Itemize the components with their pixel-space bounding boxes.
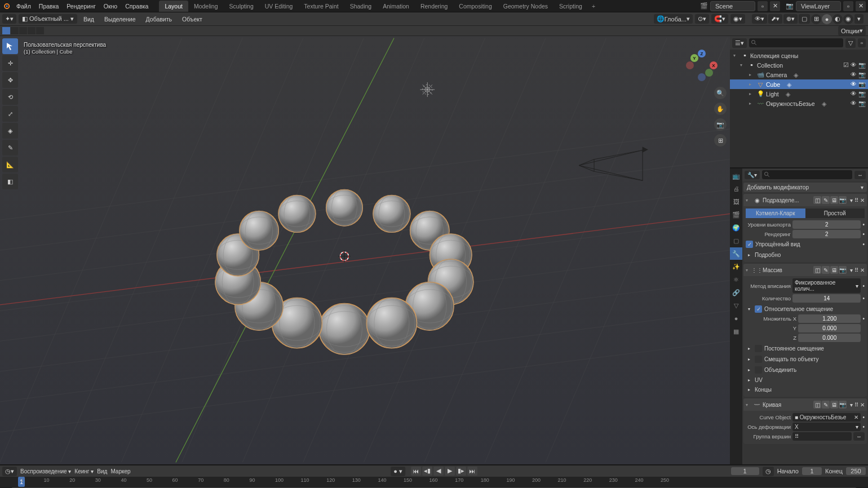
pan-widget-icon[interactable]: ✋ (714, 103, 727, 115)
array-cage-toggle[interactable]: ◫ (813, 266, 821, 274)
editor-type-selector[interactable]: ✦▾ (2, 14, 16, 24)
mod-realtime-toggle[interactable]: 🖥 (830, 196, 838, 204)
play-icon[interactable]: ▶ (445, 467, 455, 476)
optimal-display-checkbox[interactable]: ✓ (746, 241, 753, 248)
curve-render-toggle[interactable]: 📷 (839, 401, 847, 409)
curve-extra-dropdown[interactable]: ▾ (850, 402, 853, 408)
prop-tab-constraints[interactable]: 🔗 (730, 286, 742, 299)
outliner-filter-icon[interactable]: ▽ (845, 38, 856, 48)
current-frame-field[interactable]: 1 (731, 467, 759, 475)
uv-header[interactable]: ▸UV (746, 375, 865, 385)
prop-tab-modifiers[interactable]: 🔧 (730, 247, 742, 260)
mod-move-icon[interactable]: ⠿ (854, 197, 858, 203)
timeline-editor-selector[interactable]: ◷▾ (2, 467, 17, 476)
factor-y-field[interactable]: 0.000 (798, 324, 861, 332)
workspace-tab-modeling[interactable]: Modeling (188, 1, 224, 12)
render-icon[interactable]: 📷 (858, 90, 866, 97)
collection-checkbox-icon[interactable]: ☑ (843, 61, 849, 69)
tl-playback[interactable]: Воспроизведение ▾ (20, 468, 71, 474)
menu-render[interactable]: Рендеринг (63, 3, 99, 10)
perspective-toggle-icon[interactable]: ⊞ (714, 134, 727, 147)
select-mode-invert[interactable] (28, 27, 36, 34)
array-delete-icon[interactable]: ✕ (860, 267, 865, 273)
subsurf-name[interactable]: Подразделе... (763, 197, 799, 203)
properties-search[interactable] (762, 170, 852, 179)
curve-delete-icon[interactable]: ✕ (860, 402, 865, 408)
jump-end-icon[interactable]: ⏭ (467, 467, 477, 476)
object-mode-selector[interactable]: ◧ Объектный ... ▾ (19, 14, 77, 24)
jump-start-icon[interactable]: ⏮ (411, 467, 421, 476)
xray-toggle[interactable]: ▢ (799, 14, 810, 24)
shading-wireframe[interactable]: ⊞ (811, 14, 821, 24)
obj-offset-checkbox[interactable] (755, 356, 762, 363)
tree-scene-collection[interactable]: ▾▫️Коллекция сцены (730, 51, 868, 60)
rel-offset-header[interactable]: ▾✓Относительное смещение (746, 304, 865, 314)
start-frame-field[interactable]: 1 (802, 467, 822, 475)
tool-annotate[interactable]: ✎ (2, 140, 18, 156)
merge-checkbox[interactable] (755, 366, 762, 374)
snap-toggle[interactable]: 🧲▾ (711, 14, 728, 24)
tool-select-box[interactable] (2, 38, 18, 54)
3d-viewport[interactable]: ✛ ✥ ⟲ ⤢ ◈ ✎ 📐 ◧ Пользовательская перспек… (0, 36, 730, 464)
obj-offset-header[interactable]: ▸Смещать по объекту (746, 354, 865, 365)
add-modifier-button[interactable]: Добавить модификатор▾ (743, 183, 867, 192)
select-mode-subtract[interactable] (19, 27, 27, 34)
array-extra-dropdown[interactable]: ▾ (850, 267, 853, 273)
add-workspace-icon[interactable]: + (588, 3, 599, 10)
const-offset-header[interactable]: ▸Постоянное смещение (746, 343, 865, 354)
tree-collection[interactable]: ▾▫️Collection ☑👁📷 (730, 60, 868, 70)
eye-icon[interactable]: 👁 (851, 61, 857, 69)
viewport-menu-view[interactable]: Вид (79, 16, 98, 23)
prop-tab-particles[interactable]: ✨ (730, 260, 742, 273)
factor-x-field[interactable]: 1.200 (798, 314, 861, 323)
simple-button[interactable]: Простой (805, 208, 865, 218)
navigation-gizmo[interactable]: X Y Z (686, 50, 718, 81)
mod-delete-icon[interactable]: ✕ (860, 197, 865, 203)
timeline-track[interactable]: 1 11020304050607080901001101201301401501… (0, 477, 868, 487)
curve-realtime-toggle[interactable]: 🖥 (830, 401, 838, 409)
workspace-tab-animation[interactable]: Animation (377, 1, 415, 12)
array-render-toggle[interactable]: 📷 (839, 266, 847, 274)
keyframe-next-icon[interactable]: ▮▸ (456, 467, 466, 476)
tool-move[interactable]: ✥ (2, 72, 18, 88)
pivot-selector[interactable]: ⊙▾ (695, 14, 709, 24)
prop-tab-viewlayer[interactable]: 🖼 (730, 196, 742, 208)
factor-z-field[interactable]: 0.000 (798, 334, 861, 342)
merge-header[interactable]: ▸Объединить (746, 365, 865, 375)
prop-tab-world[interactable]: 🌍 (730, 221, 742, 234)
zoom-widget-icon[interactable]: 🔍 (714, 87, 727, 99)
curve-edit-toggle[interactable]: ✎ (822, 401, 830, 409)
use-preview-range-icon[interactable]: ◷ (763, 467, 774, 476)
orientation-selector[interactable]: 🌐 Глоба... ▾ (654, 14, 693, 24)
render-icon[interactable]: 📷 (858, 81, 866, 88)
visibility-toggle[interactable]: 👁▾ (752, 14, 767, 24)
count-field[interactable]: 14 (792, 294, 861, 303)
tool-rotate[interactable]: ⟲ (2, 89, 18, 105)
camera-view-icon[interactable]: 📷 (714, 118, 727, 131)
render-levels-field[interactable]: 2 (792, 230, 861, 238)
workspace-tab-rendering[interactable]: Rendering (415, 1, 453, 12)
mod-edit-toggle[interactable]: ✎ (822, 196, 830, 204)
workspace-tab-sculpting[interactable]: Sculpting (224, 1, 259, 12)
eye-icon[interactable]: 👁 (851, 71, 857, 78)
prop-tab-object[interactable]: ▢ (730, 234, 742, 247)
viewport-menu-add[interactable]: Добавить (142, 16, 176, 23)
array-move-icon[interactable]: ⠿ (854, 267, 858, 273)
end-frame-field[interactable]: 250 (846, 467, 866, 475)
mod-extra-dropdown[interactable]: ▾ (850, 197, 853, 203)
play-reverse-icon[interactable]: ◀ (433, 467, 444, 476)
prop-tab-physics[interactable]: ⚛ (730, 273, 742, 286)
tree-item-light[interactable]: ▸💡Light◈👁📷 (730, 89, 868, 99)
scene-name-field[interactable]: Scene (710, 1, 755, 11)
workspace-tab-shading[interactable]: Shading (344, 1, 378, 12)
prop-tab-render[interactable]: 📺 (730, 170, 742, 182)
curve-collapse-icon[interactable]: ▾ (746, 402, 751, 407)
workspace-tab-texture-paint[interactable]: Texture Paint (298, 1, 344, 12)
curve-obj-field[interactable]: ■ ОкружностьБезье✕ (792, 413, 861, 422)
delete-scene-icon[interactable]: ✕ (770, 1, 780, 11)
outliner-search[interactable] (749, 38, 843, 47)
rel-offset-checkbox[interactable]: ✓ (755, 305, 762, 313)
render-icon[interactable]: 📷 (858, 61, 866, 69)
catmull-clark-button[interactable]: Кэтмелл-Кларк (746, 208, 805, 218)
tool-cursor[interactable]: ✛ (2, 55, 18, 71)
